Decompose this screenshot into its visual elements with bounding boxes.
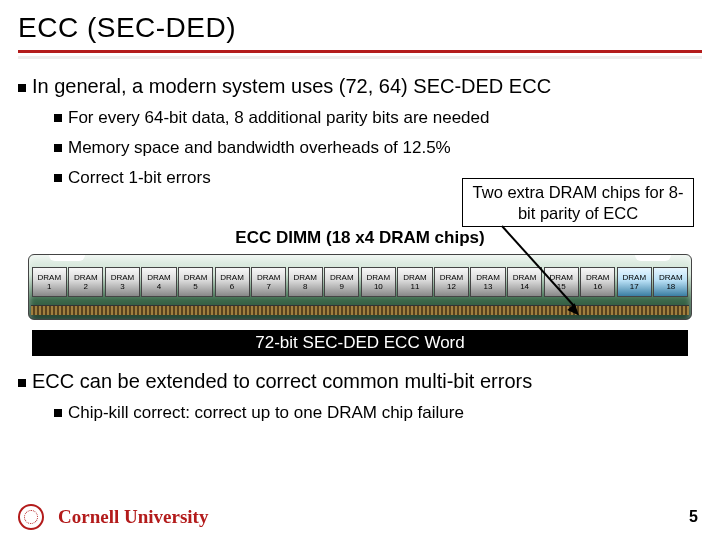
chip-label: DRAM [440,273,464,282]
chip-number: 18 [654,283,687,291]
chip-label: DRAM [476,273,500,282]
slide-title: ECC (SEC-DED) [18,12,702,44]
chip-number: 13 [471,283,504,291]
chip-number: 4 [142,283,175,291]
bullet-2a-text: Chip-kill correct: correct up to one DRA… [68,403,464,422]
bullet-1: In general, a modern system uses (72, 64… [18,75,702,98]
dram-chip-ecc: DRAM18 [653,267,688,297]
chip-number: 8 [289,283,322,291]
chip-number: 7 [252,283,285,291]
chip-number: 3 [106,283,139,291]
dimm-title: ECC DIMM (18 x4 DRAM chips) [18,228,702,248]
chip-number: 17 [618,283,651,291]
chip-label: DRAM [586,273,610,282]
dram-chip: DRAM13 [470,267,505,297]
dram-chip: DRAM9 [324,267,359,297]
bullet-2: ECC can be extended to correct common mu… [18,370,702,393]
dimm-pins [31,305,689,315]
dram-chip: DRAM6 [215,267,250,297]
title-rule [18,50,702,53]
chip-label: DRAM [220,273,244,282]
dram-chip-ecc: DRAM17 [617,267,652,297]
chip-number: 9 [325,283,358,291]
dram-chip: DRAM1 [32,267,67,297]
bullet-1b-text: Memory space and bandwidth overheads of … [68,138,451,157]
slide-body: In general, a modern system uses (72, 64… [0,57,720,423]
chip-label: DRAM [330,273,354,282]
chip-label: DRAM [367,273,391,282]
page-number: 5 [689,508,698,526]
dram-chip: DRAM11 [397,267,432,297]
dram-chip: DRAM3 [105,267,140,297]
chip-label: DRAM [38,273,62,282]
bullet-2-text: ECC can be extended to correct common mu… [32,370,532,392]
chip-label: DRAM [257,273,281,282]
chip-number: 11 [398,283,431,291]
dram-chip: DRAM2 [68,267,103,297]
dram-chip: DRAM5 [178,267,213,297]
dram-chip: DRAM4 [141,267,176,297]
dram-chip: DRAM12 [434,267,469,297]
dram-chip: DRAM8 [288,267,323,297]
dram-chip: DRAM14 [507,267,542,297]
bullet-1b: Memory space and bandwidth overheads of … [54,138,702,158]
chip-number: 10 [362,283,395,291]
bullet-2a: Chip-kill correct: correct up to one DRA… [54,403,702,423]
chip-label: DRAM [403,273,427,282]
dimm-diagram: DRAM1DRAM2DRAM3DRAM4DRAM5DRAM6DRAM7DRAM8… [28,254,692,320]
chip-label: DRAM [659,273,683,282]
bullet-1c-text: Correct 1-bit errors [68,168,211,187]
chip-number: 6 [216,283,249,291]
bullet-1-text: In general, a modern system uses (72, 64… [32,75,551,97]
dram-chip: DRAM7 [251,267,286,297]
dimm-notch [635,254,671,261]
dram-chip: DRAM16 [580,267,615,297]
chip-number: 5 [179,283,212,291]
dimm-notch [49,254,85,261]
chip-label: DRAM [74,273,98,282]
seal-icon [18,504,44,530]
chip-label: DRAM [293,273,317,282]
chip-label: DRAM [623,273,647,282]
bullet-1a-text: For every 64-bit data, 8 additional pari… [68,108,489,127]
chip-label: DRAM [147,273,171,282]
chip-label: DRAM [513,273,537,282]
chip-label: DRAM [111,273,135,282]
footer: Cornell University [18,504,208,530]
chip-number: 12 [435,283,468,291]
bullet-1a: For every 64-bit data, 8 additional pari… [54,108,702,128]
chip-number: 2 [69,283,102,291]
chip-number: 1 [33,283,66,291]
chip-number: 14 [508,283,541,291]
ecc-word-banner: 72-bit SEC-DED ECC Word [32,330,688,356]
parity-callout: Two extra DRAM chips for 8-bit parity of… [462,178,694,227]
university-logo-text: Cornell University [58,506,208,528]
chip-label: DRAM [184,273,208,282]
chip-number: 16 [581,283,614,291]
dram-chip: DRAM10 [361,267,396,297]
